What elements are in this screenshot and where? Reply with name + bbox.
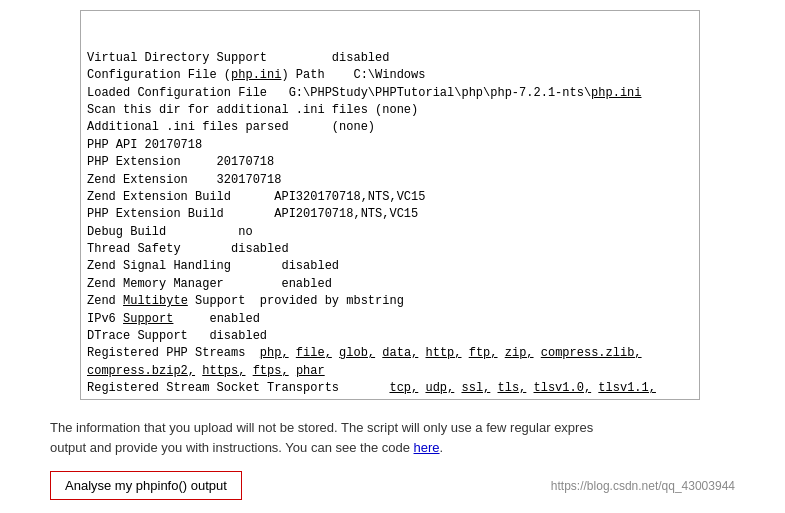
terminal-line: Zend Signal Handling disabled — [87, 258, 677, 275]
terminal-scroll-area[interactable]: Virtual Directory Support disabledConfig… — [81, 11, 683, 399]
terminal-line: PHP Extension Build API20170718,NTS,VC15 — [87, 206, 677, 223]
info-text-part1: The information that you upload will not… — [50, 420, 593, 435]
main-container: Virtual Directory Support disabledConfig… — [20, 10, 765, 500]
terminal-line: Zend Extension Build API320170718,NTS,VC… — [87, 189, 677, 206]
terminal-line: Registered PHP Streams php, file, glob, … — [87, 345, 677, 362]
terminal-line: Thread Safety disabled — [87, 241, 677, 258]
analyse-button[interactable]: Analyse my phpinfo() output — [50, 471, 242, 500]
terminal-line: Scan this dir for additional .ini files … — [87, 102, 677, 119]
terminal-line: Loaded Configuration File G:\PHPStudy\PH… — [87, 85, 677, 102]
terminal-line: PHP API 20170718 — [87, 137, 677, 154]
terminal-line: IPv6 Support enabled — [87, 311, 677, 328]
button-row: Analyse my phpinfo() output https://blog… — [50, 471, 735, 500]
terminal-line: tlsv1.2 — [87, 398, 677, 399]
terminal-line: Debug Build no — [87, 224, 677, 241]
terminal-line: Zend Multibyte Support provided by mbstr… — [87, 293, 677, 310]
terminal-wrapper: Virtual Directory Support disabledConfig… — [50, 10, 686, 400]
terminal-line: Zend Extension 320170718 — [87, 172, 677, 189]
watermark-text: https://blog.csdn.net/qq_43003944 — [551, 479, 735, 493]
terminal-line: Virtual Directory Support disabled — [87, 50, 677, 67]
info-text-part2: output and provide you with instructions… — [50, 440, 414, 455]
terminal-line: PHP Extension 20170718 — [87, 154, 677, 171]
terminal-line: DTrace Support disabled — [87, 328, 677, 345]
terminal-line: Zend Memory Manager enabled — [87, 276, 677, 293]
terminal-line: compress.bzip2, https, ftps, phar — [87, 363, 677, 380]
terminal-line: Additional .ini files parsed (none) — [87, 119, 677, 136]
here-link[interactable]: here — [414, 440, 440, 455]
terminal-container: Virtual Directory Support disabledConfig… — [80, 10, 700, 400]
terminal-line: Registered Stream Socket Transports tcp,… — [87, 380, 677, 397]
info-section: The information that you upload will not… — [50, 418, 735, 457]
terminal-content: Virtual Directory Support disabledConfig… — [81, 11, 683, 399]
terminal-line: Configuration File (php.ini) Path C:\Win… — [87, 67, 677, 84]
